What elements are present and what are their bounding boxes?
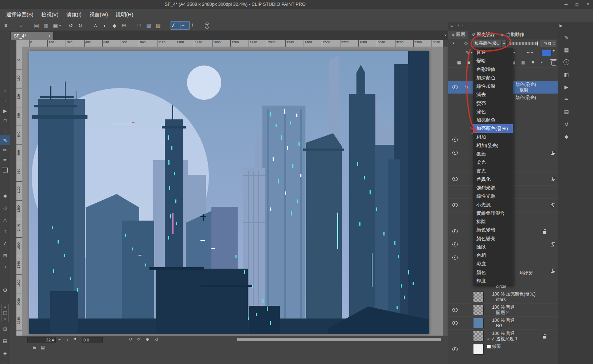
pager-thumb[interactable] bbox=[3, 311, 7, 315]
rotation-value[interactable]: 0.0 bbox=[82, 337, 103, 343]
transfer-layer-icon[interactable]: ■ bbox=[531, 60, 534, 65]
caret-down-icon[interactable] bbox=[59, 25, 62, 26]
zoom-out-button[interactable]: − bbox=[58, 337, 61, 341]
collapse-panel-icon[interactable]: « bbox=[450, 23, 453, 28]
circle-tool-icon[interactable]: ○ bbox=[18, 21, 28, 30]
redo-icon[interactable]: ↻ bbox=[77, 21, 87, 30]
expand-dock-icon[interactable]: ▶ bbox=[559, 23, 562, 28]
blend-mode-option[interactable]: 實光 bbox=[473, 167, 513, 175]
tool-palette-pager[interactable]: ∧ ∨ bbox=[1, 304, 9, 322]
brush-tool[interactable]: ✒ bbox=[0, 155, 10, 165]
minimize-button[interactable]: ─ bbox=[561, 0, 571, 9]
layer-visibility-toggle[interactable] bbox=[448, 151, 461, 155]
save-file-icon[interactable]: ▦ bbox=[52, 21, 62, 30]
shrink-select-icon[interactable]: ▧ bbox=[146, 21, 155, 30]
info-panel-icon[interactable]: i bbox=[560, 56, 573, 68]
canvas-viewport[interactable] bbox=[22, 47, 443, 336]
pen-pressure-panel-icon[interactable]: ✎ bbox=[560, 31, 573, 44]
rect-select-icon[interactable]: □ bbox=[136, 21, 146, 30]
blend-mode-option[interactable]: 色彩增值 bbox=[473, 65, 513, 74]
rotate-right-icon[interactable]: ↻ bbox=[137, 337, 140, 342]
layer-row[interactable]: ✎ 100 % 普通 ✓∠圖層 2 bbox=[448, 304, 558, 317]
help-icon[interactable]: ? bbox=[205, 21, 214, 30]
lasso-tool[interactable]: ≈ bbox=[0, 126, 10, 135]
new-canvas-icon[interactable]: ▤ bbox=[34, 21, 43, 30]
layer-visibility-toggle[interactable] bbox=[448, 98, 461, 102]
layer-visibility-toggle[interactable] bbox=[448, 321, 461, 325]
menu-item[interactable]: 檢視(V) bbox=[38, 9, 63, 20]
layer-color-swatch[interactable] bbox=[542, 50, 552, 56]
new-folder-icon[interactable]: ▥ bbox=[521, 60, 525, 65]
blend-mode-option[interactable]: 差異化 bbox=[473, 175, 513, 183]
blend-mode-option[interactable]: 顏色 bbox=[473, 268, 513, 277]
layer-visibility-toggle[interactable] bbox=[448, 164, 461, 168]
blend-mode-option[interactable]: 覆蓋 bbox=[473, 150, 513, 158]
pen-filter-icon[interactable]: ✎ bbox=[466, 50, 473, 55]
ruler-tool[interactable]: ∠ bbox=[0, 238, 10, 250]
pen-tool[interactable]: ✎ bbox=[0, 135, 10, 145]
blend-mode-option[interactable]: 顏色變暗 bbox=[473, 226, 513, 234]
layer-visibility-toggle[interactable] bbox=[448, 295, 461, 299]
layer-thumbnail[interactable] bbox=[473, 331, 484, 341]
horizontal-scrollbar[interactable] bbox=[237, 338, 441, 341]
reselect-icon[interactable]: ◐ bbox=[102, 21, 112, 30]
layer-thumbnail[interactable] bbox=[473, 318, 484, 328]
marquee-tool[interactable]: □ bbox=[0, 116, 10, 126]
swatch-caret-icon[interactable] bbox=[553, 50, 555, 52]
navigator-panel-icon[interactable]: ▶ bbox=[560, 81, 573, 93]
history-panel-icon[interactable]: ↺ bbox=[560, 118, 573, 130]
reset-view-icon[interactable]: ⊕ bbox=[146, 337, 149, 342]
all-sides-view-icon[interactable]: ▤ bbox=[41, 345, 45, 350]
layer-panel-icon[interactable]: ▤ bbox=[560, 106, 573, 118]
layer-visibility-toggle[interactable] bbox=[448, 256, 461, 260]
blend-mode-option[interactable]: 變亮 bbox=[473, 99, 513, 107]
deselect-icon[interactable]: ∴ bbox=[93, 21, 102, 30]
snap-to-ruler-icon[interactable]: ∠ bbox=[171, 21, 180, 30]
zoom-tool[interactable]: ○ bbox=[0, 86, 10, 96]
text-tool[interactable]: T bbox=[0, 226, 10, 238]
layer-visibility-toggle[interactable] bbox=[448, 203, 461, 207]
open-file-icon[interactable]: ▥ bbox=[43, 21, 52, 30]
pen-combo-icon[interactable]: ✒ bbox=[526, 50, 533, 55]
delete-tool-icon[interactable] bbox=[2, 166, 8, 173]
grid-command-icon[interactable]: ▦ bbox=[457, 60, 461, 65]
layer-row[interactable]: ✎ 100 % 加亮顏色(發光) ✓∠stars bbox=[448, 290, 558, 304]
operation-tool[interactable]: ▶ bbox=[0, 106, 10, 116]
layer-row[interactable]: ✎ 100 % 普通 ✓∠BG bbox=[448, 317, 558, 330]
blend-mode-option[interactable]: 柔光 bbox=[473, 158, 513, 166]
layer-visibility-toggle[interactable] bbox=[448, 216, 461, 220]
layer-row[interactable]: ✎ 100 % 普通 ✓∠透視尺規 1 bbox=[448, 330, 558, 343]
blend-mode-option[interactable]: 加深顏色 bbox=[473, 74, 513, 82]
pencil-tool[interactable]: ✏ bbox=[0, 145, 10, 155]
airbrush-tool[interactable]: ◆ bbox=[0, 190, 10, 202]
blend-mode-option[interactable]: 除以 bbox=[473, 243, 513, 251]
layer-thumbnail[interactable] bbox=[473, 292, 484, 302]
brush-size-panel-icon[interactable]: □ bbox=[0, 359, 10, 364]
layer-visibility-toggle[interactable] bbox=[448, 138, 461, 142]
scroll-left-icon[interactable]: ◁ bbox=[155, 337, 157, 342]
blend-mode-option[interactable]: 加亮顏色 bbox=[473, 116, 513, 124]
blend-mode-option[interactable]: 輝度 bbox=[473, 277, 513, 285]
layer-visibility-toggle[interactable] bbox=[448, 177, 461, 181]
document-tab[interactable]: SF_4* ● bbox=[11, 32, 53, 40]
slider-handle[interactable] bbox=[537, 41, 538, 46]
blend-mode-option[interactable]: 相加(發光) bbox=[473, 141, 513, 150]
rotate-left-icon[interactable]: ↺ bbox=[129, 337, 132, 342]
blend-mode-option[interactable]: 濾色 bbox=[473, 107, 513, 116]
toolbar-grip[interactable]: ≡ bbox=[3, 21, 12, 30]
pager-down-icon[interactable]: ∨ bbox=[4, 317, 7, 321]
blend-mode-option[interactable]: 減去 bbox=[473, 90, 513, 99]
blend-mode-option[interactable]: 實線疊印混合 bbox=[473, 209, 513, 217]
panel-tab[interactable]: ◈ 圖層 bbox=[448, 31, 468, 39]
blend-mode-option[interactable]: 顏色變亮 bbox=[473, 234, 513, 243]
crop-icon[interactable]: ⊞ bbox=[121, 21, 130, 30]
layer-visibility-toggle[interactable] bbox=[448, 124, 461, 128]
menu-item[interactable]: 視窗(W) bbox=[86, 9, 112, 20]
blend-mode-option[interactable]: 排除 bbox=[473, 217, 513, 226]
layer-visibility-toggle[interactable] bbox=[448, 72, 461, 76]
layer-visibility-toggle[interactable] bbox=[448, 334, 461, 338]
maximize-button[interactable]: □ bbox=[572, 0, 582, 9]
close-button[interactable]: × bbox=[583, 0, 593, 9]
spin-down-icon[interactable] bbox=[553, 44, 555, 45]
zoom-in-button[interactable]: ＋ bbox=[66, 337, 70, 343]
